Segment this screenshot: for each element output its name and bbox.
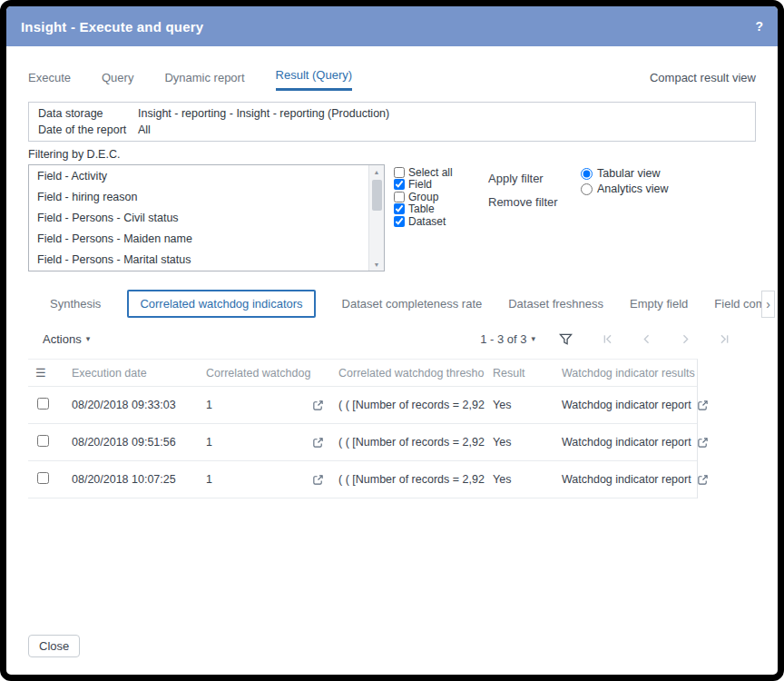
info-row-data-storage: Data storage Insight - reporting - Insig… [38,105,746,122]
tabular-view-radio[interactable] [581,168,593,180]
info-value: Insight - reporting - Insight - reportin… [138,105,389,122]
first-page-icon[interactable] [602,333,613,345]
help-icon[interactable]: ? [755,19,763,34]
list-item[interactable]: Field - Persons - Maiden name [29,228,368,249]
caret-down-icon: ▾ [531,335,535,343]
rtab-correlated-watchdog-indicators[interactable]: Correlated watchdog indicators [127,290,315,318]
dataset-checkbox[interactable] [394,216,405,227]
open-report-external-link-icon[interactable] [697,437,709,449]
list-item[interactable]: Field - hiring reason [29,186,368,207]
table-row: 08/20/2018 09:33:03 1 ( ( [Number of rec… [28,387,697,424]
row-select-checkbox[interactable] [37,435,49,447]
caret-down-icon: ▾ [86,335,91,343]
col-header-result[interactable]: Result [493,367,562,380]
open-watchdog-external-link-icon[interactable] [312,437,324,449]
filter-actions: Apply filter Remove filter [488,164,570,219]
rtab-dataset-freshness[interactable]: Dataset freshness [508,297,603,311]
grid-toolbar: Actions ▾ 1 - 3 of 3 ▾ [28,332,756,346]
checkbox-group[interactable]: Group [394,191,472,203]
radio-tabular-view[interactable]: Tabular view [581,167,669,180]
info-label: Data storage [38,105,138,122]
group-checkbox[interactable] [394,192,405,202]
checkbox-table[interactable]: Table [394,203,472,216]
rtab-synthesis[interactable]: Synthesis [50,297,101,311]
select-all-checkbox[interactable] [394,167,405,178]
filter-funnel-icon[interactable] [559,333,573,346]
list-item[interactable]: Field - Persons - Civil status [29,207,368,228]
open-watchdog-external-link-icon[interactable] [312,474,324,486]
analytics-view-radio[interactable] [581,183,593,195]
rtab-field-compliance[interactable]: Field compliance ap [714,297,761,311]
filter-area: Field - Activity Field - hiring reason F… [28,164,756,271]
compact-result-view-link[interactable]: Compact result view [650,71,756,91]
report-info-box: Data storage Insight - reporting - Insig… [28,102,756,142]
cell-correlated-watchdog: 1 [206,399,212,411]
top-tab-bar: Execute Query Dynamic report Result (Que… [28,68,756,91]
radio-analytics-view[interactable]: Analytics view [581,183,669,195]
tab-scroll-right-button[interactable]: › [761,291,775,318]
cell-watchdog-report-link[interactable]: Watchdog indicator report [562,436,691,449]
tab-dynamic-report[interactable]: Dynamic report [164,71,244,91]
view-mode-radios: Tabular view Analytics view [581,164,669,198]
row-select-checkbox[interactable] [37,472,49,484]
col-header-correlated-watchdog-threshold[interactable]: Correlated watchdog thresho [338,367,493,380]
cell-correlated-watchdog: 1 [206,473,212,486]
col-header-execution-date[interactable]: Execution date [72,367,206,380]
pagination-range-dropdown[interactable]: 1 - 3 of 3 ▾ [480,332,535,346]
open-report-external-link-icon[interactable] [697,474,709,486]
dialog-insight-execute-query: Insight - Execute and query ? Execute Qu… [0,0,784,681]
info-row-report-date: Date of the report All [38,122,746,138]
tab-execute[interactable]: Execute [28,71,71,91]
tab-result-query[interactable]: Result (Query) [276,68,353,91]
checkbox-dataset[interactable]: Dataset [394,215,472,228]
cell-result: Yes [493,436,562,449]
checkbox-label: Select all [408,166,453,179]
checkbox-select-all[interactable]: Select all [394,166,472,179]
close-button[interactable]: Close [28,635,80,657]
results-table: ☰ Execution date Correlated watchdog Cor… [28,359,698,498]
cell-result: Yes [493,473,562,486]
listbox-scrollbar[interactable]: ▲ ▼ [368,165,384,271]
list-item[interactable]: Field - Activity [29,165,368,186]
previous-page-icon[interactable] [641,333,652,345]
cell-execution-date: 08/20/2018 09:51:56 [72,436,206,449]
actions-label: Actions [43,332,82,346]
next-page-icon[interactable] [680,333,691,345]
tab-query[interactable]: Query [102,71,133,91]
rtab-dataset-completeness-rate[interactable]: Dataset completeness rate [342,297,483,311]
result-tab-bar: Synthesis Correlated watchdog indicators… [28,290,775,318]
actions-dropdown[interactable]: Actions ▾ [43,332,90,346]
checkbox-label: Group [408,191,438,203]
open-report-external-link-icon[interactable] [697,400,709,411]
dec-listbox-items: Field - Activity Field - hiring reason F… [29,165,368,271]
row-select-checkbox[interactable] [37,398,49,410]
open-watchdog-external-link-icon[interactable] [312,400,324,411]
scrollbar-thumb[interactable] [372,180,382,211]
col-header-watchdog-indicator-results[interactable]: Watchdog indicator results [562,367,697,380]
cell-watchdog-report-link[interactable]: Watchdog indicator report [562,399,691,411]
cell-execution-date: 08/20/2018 09:33:03 [72,399,206,411]
table-row: 08/20/2018 10:07:25 1 ( ( [Number of rec… [28,461,697,498]
dec-listbox[interactable]: Field - Activity Field - hiring reason F… [28,164,385,271]
cell-watchdog-report-link[interactable]: Watchdog indicator report [562,473,691,486]
field-checkbox[interactable] [394,179,405,190]
cell-threshold: ( ( [Number of records = 2,92 [338,436,493,449]
list-item[interactable]: Field - Persons - Marital status [29,249,368,270]
cell-execution-date: 08/20/2018 10:07:25 [72,473,206,486]
col-header-correlated-watchdog[interactable]: Correlated watchdog [206,367,338,380]
last-page-icon[interactable] [719,333,730,345]
table-checkbox[interactable] [394,203,405,214]
column-menu-icon[interactable]: ☰ [35,366,46,380]
dialog-content: Execute Query Dynamic report Result (Que… [6,46,778,675]
checkbox-field[interactable]: Field [394,179,472,192]
apply-filter-link[interactable]: Apply filter [488,172,570,185]
radio-label: Analytics view [597,183,669,195]
remove-filter-link[interactable]: Remove filter [488,195,570,209]
rtab-empty-field[interactable]: Empty field [630,297,688,311]
chevron-right-icon: › [766,297,770,311]
scroll-up-icon[interactable]: ▲ [374,165,380,178]
cell-threshold: ( ( [Number of records = 2,92 [338,473,493,486]
scroll-down-icon[interactable]: ▼ [374,258,380,271]
info-value: All [138,122,151,138]
checkbox-label: Field [408,178,432,191]
